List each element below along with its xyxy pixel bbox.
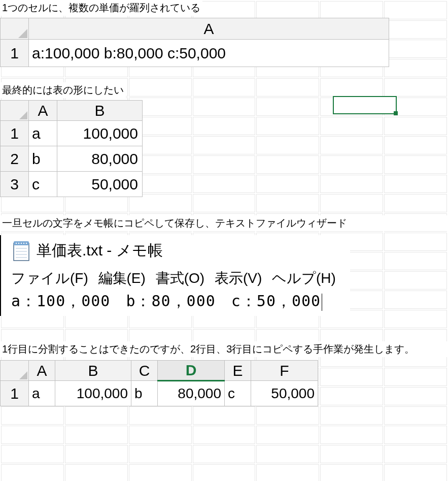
svg-point-5 [18,243,19,244]
row-header[interactable]: 2 [1,146,29,172]
menu-format[interactable]: 書式(O) [156,270,204,286]
notepad-menubar: ファイル(F) 編集(E) 書式(O) 表示(V) ヘルプ(H) [11,269,345,288]
cell-A1[interactable]: a [29,381,55,406]
col-header-A[interactable]: A [29,18,389,40]
caption-3: 一旦セルの文字をメモ帳にコピペして保存し、テキストファイルウィザード [0,215,448,231]
notepad-title: 単価表.txt - メモ帳 [37,240,163,261]
col-header-D[interactable]: D [158,361,225,381]
cell-E1[interactable]: c [225,381,251,406]
svg-point-6 [21,243,22,244]
cell-A2[interactable]: b [29,146,57,172]
cell-F1[interactable]: 50,000 [251,381,318,406]
col-header-A[interactable]: A [29,361,55,381]
row-header-1[interactable]: 1 [1,40,29,67]
cell-B2[interactable]: 80,000 [57,146,143,172]
row-header[interactable]: 3 [1,172,29,197]
notepad-textarea[interactable]: a：100，000 b：80，000 c：50，000 [11,291,345,312]
svg-point-7 [23,243,24,244]
svg-point-4 [16,243,17,244]
col-header-F[interactable]: F [251,361,318,381]
select-all-corner-3[interactable] [1,361,29,381]
cell-B3[interactable]: 50,000 [57,172,143,197]
svg-marker-1 [19,111,27,119]
menu-edit[interactable]: 編集(E) [98,270,146,286]
select-all-corner[interactable] [1,18,29,40]
col-header-C[interactable]: C [131,361,158,381]
cell-D1[interactable]: 80,000 [158,381,225,406]
notepad-icon [11,239,31,262]
row-header[interactable]: 1 [1,121,29,146]
menu-view[interactable]: 表示(V) [215,270,262,286]
notepad-text: a：100，000 b：80，000 c：50，000 [11,292,321,310]
col-header-B[interactable]: B [55,361,131,381]
cell-C1[interactable]: b [131,381,158,406]
svg-rect-2 [14,243,29,261]
col-header-E[interactable]: E [225,361,251,381]
cell-A3[interactable]: c [29,172,57,197]
svg-marker-0 [18,29,27,38]
spreadsheet-2: A B 1 a 100,000 2 b 80,000 3 c 50,000 [0,100,143,197]
col-header-B[interactable]: B [57,101,143,121]
text-cursor [322,294,322,311]
spreadsheet-3: A B C D E F 1 a 100,000 b 80,000 c 50,00… [0,360,318,406]
menu-file[interactable]: ファイル(F) [11,270,88,286]
svg-point-8 [26,243,27,244]
notepad-window: 単価表.txt - メモ帳 ファイル(F) 編集(E) 書式(O) 表示(V) … [0,235,350,316]
spreadsheet-1: A 1 a:100,000 b:80,000 c:50,000 [0,18,389,67]
select-all-corner-2[interactable] [1,101,29,121]
cell-A1[interactable]: a [29,121,57,146]
selected-cell[interactable] [333,96,397,114]
cell-B1[interactable]: 100,000 [57,121,143,146]
notepad-titlebar: 単価表.txt - メモ帳 [11,239,345,262]
caption-2: 最終的には表の形にしたい [0,82,126,98]
row-header-1[interactable]: 1 [1,381,29,406]
caption-1: 1つのセルに、複数の単価が羅列されている [0,0,202,16]
cell-A1[interactable]: a:100,000 b:80,000 c:50,000 [29,40,389,67]
svg-marker-13 [19,371,27,379]
cell-B1[interactable]: 100,000 [55,381,131,406]
col-header-A[interactable]: A [29,101,57,121]
caption-4: 1行目に分割することはできたのですが、2行目、3行目にコピペする手作業が発生しま… [0,341,448,357]
menu-help[interactable]: ヘルプ(H) [272,270,336,286]
